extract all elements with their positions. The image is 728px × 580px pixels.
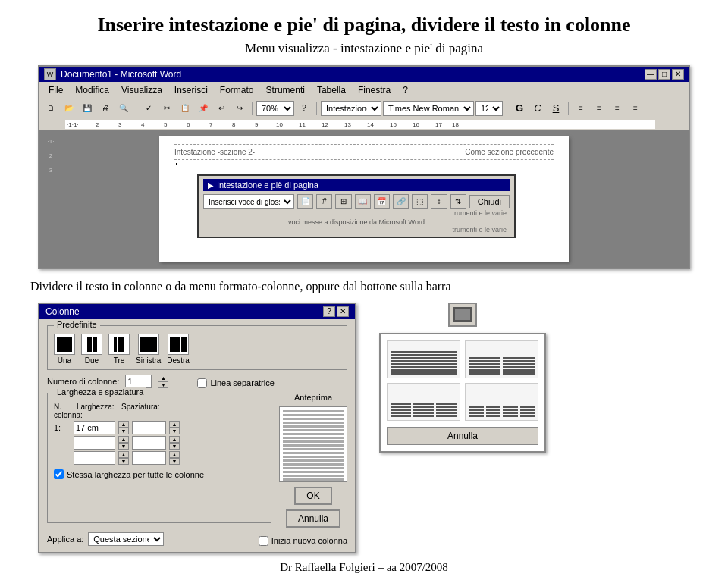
col1-larg-up[interactable]: ▲	[118, 421, 129, 428]
preset-una[interactable]: Una	[54, 334, 75, 365]
word-app-icon: W	[44, 68, 56, 80]
col2-larg-up[interactable]: ▲	[118, 436, 129, 443]
preset-destra[interactable]: Destra	[167, 334, 189, 365]
dialog-body: Predefinite Una	[39, 319, 355, 552]
col1-larg-down[interactable]: ▼	[118, 428, 129, 434]
tb-bold[interactable]: G	[511, 101, 528, 116]
int-btn-2[interactable]: #	[316, 194, 332, 209]
preset-due[interactable]: Due	[81, 334, 102, 365]
tb-cut[interactable]: ✂	[158, 101, 175, 116]
tb-save[interactable]: 💾	[79, 101, 96, 116]
zoom-select[interactable]: 70%	[256, 101, 294, 116]
col3-spaz-down[interactable]: ▼	[169, 458, 180, 465]
tb-paste[interactable]: 📌	[195, 101, 212, 116]
menu-file[interactable]: File	[42, 83, 69, 97]
col3-larg-down[interactable]: ▼	[118, 458, 129, 465]
col-sel-4[interactable]	[465, 383, 538, 421]
menu-help[interactable]: ?	[397, 83, 414, 97]
spinner-down[interactable]: ▼	[158, 381, 168, 388]
font-select[interactable]: Times New Roman	[383, 101, 474, 116]
inizia-col-cb[interactable]	[259, 536, 268, 546]
voci-text: voci messe a disposizione da Microsoft W…	[203, 218, 510, 226]
linea-separatrice-cb[interactable]	[197, 378, 207, 388]
lsz-header: N. colonna: Larghezza: Spaziatura:	[54, 403, 265, 419]
tb-preview[interactable]: 🔍	[115, 101, 132, 116]
int-btn-1[interactable]: 📄	[297, 194, 313, 209]
tb-redo[interactable]: ↪	[231, 101, 248, 116]
int-btn-4[interactable]: 📖	[355, 194, 371, 209]
int-btn-3[interactable]: ⊞	[335, 194, 351, 209]
word-toolbar: 🗋 📂 💾 🖨 🔍 ✓ ✂ 📋 📌 ↩ ↪ 70% ? Intestazione…	[39, 99, 689, 118]
tb-spell[interactable]: ✓	[140, 101, 157, 116]
spinner-up[interactable]: ▲	[158, 375, 168, 381]
tb-sep2	[252, 102, 253, 115]
col1-spaz-down[interactable]: ▼	[169, 428, 180, 434]
col3-larghezza-input[interactable]	[74, 451, 115, 465]
dialog-close-btn[interactable]: ✕	[337, 306, 349, 317]
style-select[interactable]: Intestazione	[321, 101, 381, 116]
col2-spaz-up[interactable]: ▲	[169, 436, 180, 443]
col1-larghezza-input[interactable]	[74, 421, 115, 434]
col1-row: 1: ▲ ▼ ▲ ▼	[54, 421, 265, 434]
int-btn-7[interactable]: ⬚	[412, 194, 428, 209]
col3-larg-up[interactable]: ▲	[118, 451, 129, 458]
menu-strumenti[interactable]: Strumenti	[260, 83, 311, 97]
menu-visualizza[interactable]: Visualizza	[115, 83, 168, 97]
applica-select[interactable]: Questa sezione	[88, 532, 164, 546]
col-sel-1[interactable]	[387, 340, 460, 378]
maximize-button[interactable]: □	[658, 69, 670, 80]
tb-undo[interactable]: ↩	[213, 101, 230, 116]
menu-modifica[interactable]: Modifica	[69, 83, 115, 97]
chiudi-button[interactable]: Chiudi	[469, 195, 510, 208]
int-btn-8[interactable]: ↕	[431, 194, 447, 209]
tb-new[interactable]: 🗋	[42, 101, 59, 116]
annulla-button[interactable]: Annulla	[286, 509, 340, 528]
col2-larghezza-input[interactable]	[74, 436, 115, 450]
strumenti-row2: trumenti e le varie	[203, 226, 510, 234]
int-btn-5[interactable]: 📅	[374, 194, 390, 209]
col2-spaz-spinner: ▲ ▼	[169, 436, 180, 450]
col1-spaziatura-input[interactable]	[132, 421, 166, 434]
col-presets: Una Due	[54, 334, 340, 365]
numero-input[interactable]	[125, 375, 152, 388]
dialog-help-btn[interactable]: ?	[323, 306, 335, 317]
insert-voce-select[interactable]: Inserisci voce di glossario	[203, 194, 294, 209]
menu-inserisci[interactable]: Inserisci	[168, 83, 214, 97]
menu-formato[interactable]: Formato	[214, 83, 260, 97]
tb-underline[interactable]: S	[548, 101, 564, 116]
col3-larg-spinner: ▲ ▼	[118, 451, 129, 465]
col3-spaz-up[interactable]: ▲	[169, 451, 180, 458]
tb-italic[interactable]: C	[529, 101, 546, 116]
stessa-larghezza-cb[interactable]	[54, 469, 64, 479]
col-sel-annulla[interactable]: Annulla	[387, 427, 538, 445]
tb-open[interactable]: 📂	[61, 101, 77, 116]
col2-larg-down[interactable]: ▼	[118, 443, 129, 450]
tb-help-btn[interactable]: ?	[296, 101, 312, 116]
tb-print[interactable]: 🖨	[97, 101, 114, 116]
menu-tabella[interactable]: Tabella	[311, 83, 352, 97]
preset-sinistra[interactable]: Sinistra	[136, 334, 161, 365]
tb-copy[interactable]: 📋	[177, 101, 193, 116]
tb-align-left[interactable]: ≡	[573, 101, 589, 116]
fontsize-select[interactable]: 12	[475, 101, 503, 116]
int-btn-9[interactable]: ⇅	[450, 194, 466, 209]
int-toolbar-label: Intestazione e piè di pagina	[217, 180, 318, 190]
col2-spaz-down[interactable]: ▼	[169, 443, 180, 450]
intestazione-toolbar: ▶ Intestazione e piè di pagina Inserisci…	[197, 174, 516, 238]
tb-align-right[interactable]: ≡	[609, 101, 626, 116]
col1-spaz-up[interactable]: ▲	[169, 421, 180, 428]
ok-button[interactable]: OK	[294, 487, 331, 505]
lower-section: Colonne ? ✕ Predefinite	[38, 303, 690, 553]
col3-spaz-spinner: ▲ ▼	[169, 451, 180, 465]
minimize-button[interactable]: —	[645, 69, 657, 80]
tb-align-center[interactable]: ≡	[591, 101, 607, 116]
preset-tre[interactable]: Tre	[108, 334, 130, 365]
menu-finestra[interactable]: Finestra	[352, 83, 397, 97]
col-sel-2[interactable]	[465, 340, 538, 378]
tb-justify[interactable]: ≡	[627, 101, 644, 116]
col-sel-3[interactable]	[387, 383, 460, 421]
close-button[interactable]: ✕	[672, 69, 684, 80]
int-btn-6[interactable]: 🔗	[393, 194, 409, 209]
col2-spaziatura-input[interactable]	[132, 436, 166, 450]
col3-spaziatura-input[interactable]	[132, 451, 166, 465]
